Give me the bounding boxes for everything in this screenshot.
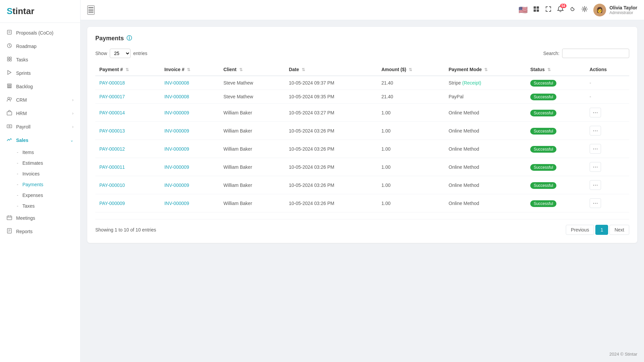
sidebar-item-taxes[interactable]: Taxes — [17, 201, 80, 211]
col-status[interactable]: Status ⇅ — [526, 63, 585, 76]
col-amount[interactable]: Amount ($) ⇅ — [378, 63, 445, 76]
sidebar: Stintar Proposals (CoCo) Roadmap Tasks — [0, 0, 81, 362]
hamburger-button[interactable]: ☰ — [87, 5, 95, 15]
sidebar-item-payments[interactable]: Payments — [17, 179, 80, 190]
sidebar-item-estimates[interactable]: Estimates — [17, 158, 80, 168]
invoice-link[interactable]: INV-000009 — [164, 164, 189, 170]
pagination-area: Showing 1 to 10 of 10 entries Previous 1… — [95, 219, 629, 235]
payment-mode-cell: Online Method — [445, 140, 526, 158]
language-flag[interactable]: 🇺🇸 — [518, 6, 528, 14]
payment-link[interactable]: PAY-000009 — [99, 201, 125, 206]
col-client[interactable]: Client ⇅ — [219, 63, 285, 76]
reports-icon — [7, 228, 12, 235]
payment-link[interactable]: PAY-000018 — [99, 80, 125, 86]
sidebar-item-hrm[interactable]: HRM › — [0, 107, 80, 120]
sidebar-item-proposals[interactable]: Proposals (CoCo) — [0, 26, 80, 40]
payment-link[interactable]: PAY-000013 — [99, 128, 125, 134]
svg-rect-9 — [10, 59, 11, 61]
user-info[interactable]: 👩 Olivia Taylor Administrator — [593, 4, 637, 16]
payment-link[interactable]: PAY-000017 — [99, 94, 125, 99]
payroll-icon — [7, 123, 12, 130]
expand-icon[interactable] — [545, 6, 552, 14]
actions-button[interactable]: ⋯ — [590, 198, 601, 208]
payment-link[interactable]: PAY-000014 — [99, 110, 125, 115]
amount-cell: 1.00 — [378, 104, 445, 122]
table-row: PAY-000012INV-000009William Baker10-05-2… — [95, 140, 629, 158]
svg-rect-15 — [7, 112, 12, 115]
table-row: PAY-000018INV-000008Steve Mathew10-05-20… — [95, 76, 629, 90]
user-details: Olivia Taylor Administrator — [609, 5, 637, 15]
invoice-link[interactable]: INV-000008 — [164, 94, 189, 99]
tasks-icon — [7, 56, 12, 63]
invoice-link[interactable]: INV-000009 — [164, 110, 189, 115]
payment-link[interactable]: PAY-000012 — [99, 146, 125, 152]
proposals-icon — [7, 30, 12, 36]
actions-cell: - — [586, 76, 629, 90]
user-name: Olivia Taylor — [609, 5, 637, 10]
invoice-link[interactable]: INV-000009 — [164, 128, 189, 134]
col-invoice-no[interactable]: Invoice # ⇅ — [160, 63, 219, 76]
amount-cell: 1.00 — [378, 194, 445, 212]
receipt-link[interactable]: (Receipt) — [462, 80, 481, 86]
settings-icon[interactable] — [581, 6, 588, 14]
payment-link[interactable]: PAY-000010 — [99, 183, 125, 188]
next-button[interactable]: Next — [609, 225, 629, 235]
status-cell: Successful — [526, 90, 585, 104]
payment-link[interactable]: PAY-000011 — [99, 164, 125, 170]
sidebar-item-meetings[interactable]: Meetings — [0, 211, 80, 225]
sidebar-item-reports[interactable]: Reports — [0, 225, 80, 238]
pagination-buttons: Previous 1 Next — [566, 225, 629, 235]
date-cell: 10-05-2024 03:26 PM — [285, 158, 378, 176]
actions-button[interactable]: ⋯ — [590, 126, 601, 136]
sidebar-item-sales[interactable]: Sales ⌄ — [0, 134, 80, 147]
actions-button[interactable]: ⋯ — [590, 180, 601, 190]
invoice-link[interactable]: INV-000009 — [164, 146, 189, 152]
actions-button[interactable]: ⋯ — [590, 162, 601, 172]
sidebar-item-expenses[interactable]: Expenses — [17, 190, 80, 201]
sidebar-item-sprints[interactable]: Sprints — [0, 66, 80, 80]
sales-icon — [7, 137, 12, 144]
sidebar-item-sprints-label: Sprints — [16, 70, 31, 76]
header: ☰ 🇺🇸 54 👩 Olivia Taylor — [81, 0, 644, 20]
sidebar-item-backlog[interactable]: Backlog — [0, 80, 80, 93]
sidebar-item-tasks-label: Tasks — [16, 57, 28, 62]
col-date[interactable]: Date ⇅ — [285, 63, 378, 76]
invoice-link[interactable]: INV-000009 — [164, 201, 189, 206]
sidebar-item-tasks[interactable]: Tasks — [0, 53, 80, 66]
svg-marker-10 — [8, 70, 11, 74]
invoice-link[interactable]: INV-000009 — [164, 183, 189, 188]
page-1-button[interactable]: 1 — [595, 225, 608, 235]
status-badge: Successful — [530, 182, 556, 189]
status-badge: Successful — [530, 164, 556, 171]
info-icon[interactable]: ⓘ — [127, 35, 132, 42]
table-controls: Show 25 10 50 100 entries Search: — [95, 49, 629, 58]
page-title: Payments — [95, 35, 124, 42]
actions-cell: ⋯ — [586, 158, 629, 176]
actions-button[interactable]: ⋯ — [590, 108, 601, 117]
actions-button[interactable]: ⋯ — [590, 144, 601, 154]
sidebar-item-roadmap[interactable]: Roadmap — [0, 40, 80, 53]
page-title-area: Payments ⓘ — [95, 35, 629, 42]
svg-rect-7 — [10, 57, 11, 59]
invoice-link[interactable]: INV-000008 — [164, 80, 189, 86]
date-cell: 10-05-2024 03:26 PM — [285, 140, 378, 158]
dark-mode-icon[interactable] — [569, 6, 576, 14]
sidebar-item-invoices[interactable]: Invoices — [17, 168, 80, 179]
entries-select[interactable]: 25 10 50 100 — [110, 49, 131, 58]
nav-items: Proposals (CoCo) Roadmap Tasks Sprints B… — [0, 23, 80, 362]
col-payment-mode[interactable]: Payment Mode ⇅ — [445, 63, 526, 76]
search-input[interactable] — [562, 49, 629, 58]
svg-rect-18 — [7, 216, 12, 220]
table-row: PAY-000013INV-000009William Baker10-05-2… — [95, 122, 629, 140]
sidebar-item-payroll[interactable]: Payroll › — [0, 120, 80, 134]
sidebar-item-hrm-label: HRM — [16, 111, 27, 116]
col-payment-no[interactable]: Payment # ⇅ — [95, 63, 160, 76]
table-row: PAY-000011INV-000009William Baker10-05-2… — [95, 158, 629, 176]
svg-rect-26 — [534, 6, 536, 9]
previous-button[interactable]: Previous — [566, 225, 594, 235]
sidebar-item-items[interactable]: Items — [17, 147, 80, 158]
amount-cell: 1.00 — [378, 140, 445, 158]
notification-icon[interactable]: 54 — [557, 6, 564, 14]
sidebar-item-crm[interactable]: CRM › — [0, 93, 80, 107]
apps-icon[interactable] — [533, 6, 540, 14]
